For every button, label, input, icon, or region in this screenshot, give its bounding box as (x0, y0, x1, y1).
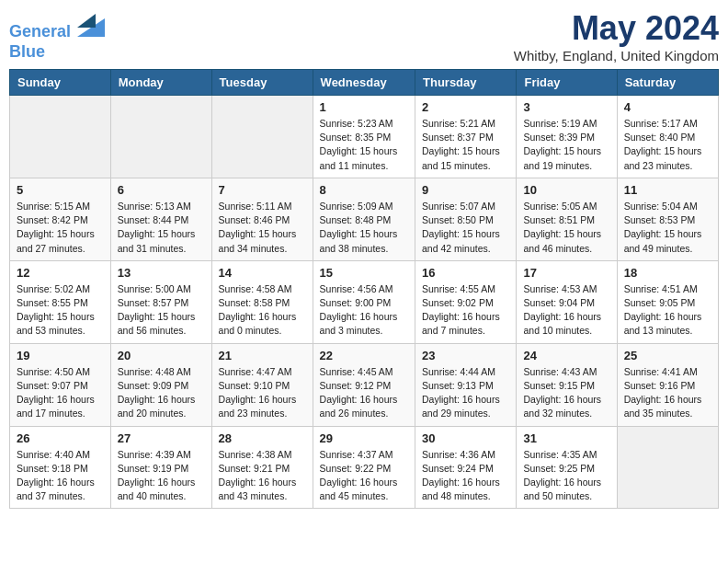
day-number: 24 (523, 349, 609, 362)
day-info: Sunrise: 4:55 AMSunset: 9:02 PMDaylight:… (422, 282, 509, 339)
day-number: 21 (219, 349, 306, 362)
week-row-4: 19Sunrise: 4:50 AMSunset: 9:07 PMDayligh… (10, 343, 719, 426)
day-number: 31 (523, 431, 609, 445)
logo: General Blue (9, 9, 105, 62)
day-cell: 15Sunrise: 4:56 AMSunset: 9:00 PMDayligh… (313, 260, 415, 343)
day-number: 4 (624, 100, 711, 114)
day-number: 27 (118, 431, 205, 445)
day-cell: 29Sunrise: 4:37 AMSunset: 9:22 PMDayligh… (313, 426, 415, 509)
day-cell: 24Sunrise: 4:43 AMSunset: 9:15 PMDayligh… (517, 343, 617, 426)
logo-general: General (9, 22, 71, 40)
day-cell: 6Sunrise: 5:13 AMSunset: 8:44 PMDaylight… (110, 178, 211, 260)
day-info: Sunrise: 4:40 AMSunset: 9:18 PMDaylight:… (17, 448, 104, 504)
day-cell: 13Sunrise: 5:00 AMSunset: 8:57 PMDayligh… (110, 260, 211, 343)
day-info: Sunrise: 5:13 AMSunset: 8:44 PMDaylight:… (118, 200, 205, 256)
day-number: 22 (320, 349, 408, 362)
day-info: Sunrise: 4:47 AMSunset: 9:10 PMDaylight:… (219, 365, 306, 421)
day-cell: 16Sunrise: 4:55 AMSunset: 9:02 PMDayligh… (415, 260, 517, 343)
day-number: 30 (422, 431, 509, 445)
day-cell: 25Sunrise: 4:41 AMSunset: 9:16 PMDayligh… (617, 343, 718, 426)
day-info: Sunrise: 4:51 AMSunset: 9:05 PMDaylight:… (624, 282, 711, 339)
day-number: 11 (624, 183, 711, 197)
day-cell: 31Sunrise: 4:35 AMSunset: 9:25 PMDayligh… (517, 426, 617, 509)
day-cell (211, 96, 313, 178)
day-number: 2 (422, 100, 509, 114)
day-number: 13 (118, 266, 205, 280)
day-info: Sunrise: 5:00 AMSunset: 8:57 PMDaylight:… (118, 282, 205, 339)
day-info: Sunrise: 4:56 AMSunset: 9:00 PMDaylight:… (320, 282, 408, 339)
title-section: May 2024 Whitby, England, United Kingdom (514, 9, 719, 63)
day-info: Sunrise: 4:48 AMSunset: 9:09 PMDaylight:… (118, 365, 205, 421)
svg-marker-1 (77, 14, 96, 28)
day-cell: 22Sunrise: 4:45 AMSunset: 9:12 PMDayligh… (313, 343, 415, 426)
day-number: 5 (17, 183, 104, 197)
day-info: Sunrise: 5:02 AMSunset: 8:55 PMDaylight:… (17, 282, 104, 339)
day-info: Sunrise: 5:23 AMSunset: 8:35 PMDaylight:… (320, 117, 408, 173)
day-number: 1 (320, 100, 408, 114)
day-info: Sunrise: 5:04 AMSunset: 8:53 PMDaylight:… (624, 200, 711, 256)
day-number: 18 (624, 266, 711, 280)
day-info: Sunrise: 4:37 AMSunset: 9:22 PMDaylight:… (320, 448, 408, 504)
day-number: 20 (118, 349, 205, 362)
week-row-1: 1Sunrise: 5:23 AMSunset: 8:35 PMDaylight… (10, 96, 719, 178)
day-cell: 11Sunrise: 5:04 AMSunset: 8:53 PMDayligh… (617, 178, 718, 260)
day-cell: 1Sunrise: 5:23 AMSunset: 8:35 PMDaylight… (313, 96, 415, 178)
day-number: 6 (118, 183, 205, 197)
day-cell: 26Sunrise: 4:40 AMSunset: 9:18 PMDayligh… (10, 426, 111, 509)
day-cell: 10Sunrise: 5:05 AMSunset: 8:51 PMDayligh… (517, 178, 617, 260)
day-number: 9 (422, 183, 509, 197)
day-number: 19 (17, 349, 104, 362)
day-number: 29 (320, 431, 408, 445)
calendar-header-row: SundayMondayTuesdayWednesdayThursdayFrid… (10, 70, 719, 96)
day-info: Sunrise: 4:58 AMSunset: 8:58 PMDaylight:… (219, 282, 306, 339)
day-number: 14 (219, 266, 306, 280)
location-subtitle: Whitby, England, United Kingdom (514, 48, 719, 63)
day-number: 23 (422, 349, 509, 362)
day-cell: 17Sunrise: 4:53 AMSunset: 9:04 PMDayligh… (517, 260, 617, 343)
day-cell (10, 96, 111, 178)
day-number: 7 (219, 183, 306, 197)
day-cell: 27Sunrise: 4:39 AMSunset: 9:19 PMDayligh… (110, 426, 211, 509)
day-cell: 12Sunrise: 5:02 AMSunset: 8:55 PMDayligh… (10, 260, 111, 343)
col-header-thursday: Thursday (415, 70, 517, 96)
day-cell: 30Sunrise: 4:36 AMSunset: 9:24 PMDayligh… (415, 426, 517, 509)
logo-blue: Blue (9, 42, 105, 63)
day-cell: 2Sunrise: 5:21 AMSunset: 8:37 PMDaylight… (415, 96, 517, 178)
day-info: Sunrise: 5:09 AMSunset: 8:48 PMDaylight:… (320, 200, 408, 256)
col-header-friday: Friday (517, 70, 617, 96)
col-header-monday: Monday (110, 70, 211, 96)
logo-text: General (9, 9, 105, 42)
day-info: Sunrise: 4:39 AMSunset: 9:19 PMDaylight:… (118, 448, 205, 504)
day-info: Sunrise: 5:17 AMSunset: 8:40 PMDaylight:… (624, 117, 711, 173)
col-header-saturday: Saturday (617, 70, 718, 96)
day-info: Sunrise: 4:45 AMSunset: 9:12 PMDaylight:… (320, 365, 408, 421)
day-info: Sunrise: 4:43 AMSunset: 9:15 PMDaylight:… (523, 365, 609, 421)
day-cell: 8Sunrise: 5:09 AMSunset: 8:48 PMDaylight… (313, 178, 415, 260)
day-number: 16 (422, 266, 509, 280)
day-info: Sunrise: 5:15 AMSunset: 8:42 PMDaylight:… (17, 200, 104, 256)
week-row-2: 5Sunrise: 5:15 AMSunset: 8:42 PMDaylight… (10, 178, 719, 260)
day-cell: 9Sunrise: 5:07 AMSunset: 8:50 PMDaylight… (415, 178, 517, 260)
day-cell: 19Sunrise: 4:50 AMSunset: 9:07 PMDayligh… (10, 343, 111, 426)
day-cell: 14Sunrise: 4:58 AMSunset: 8:58 PMDayligh… (211, 260, 313, 343)
day-info: Sunrise: 5:11 AMSunset: 8:46 PMDaylight:… (219, 200, 306, 256)
col-header-tuesday: Tuesday (211, 70, 313, 96)
day-number: 10 (523, 183, 609, 197)
day-info: Sunrise: 4:53 AMSunset: 9:04 PMDaylight:… (523, 282, 609, 339)
day-info: Sunrise: 4:50 AMSunset: 9:07 PMDaylight:… (17, 365, 104, 421)
day-cell: 7Sunrise: 5:11 AMSunset: 8:46 PMDaylight… (211, 178, 313, 260)
logo-icon (77, 9, 105, 37)
day-cell (617, 426, 718, 509)
day-cell: 18Sunrise: 4:51 AMSunset: 9:05 PMDayligh… (617, 260, 718, 343)
day-cell: 3Sunrise: 5:19 AMSunset: 8:39 PMDaylight… (517, 96, 617, 178)
day-number: 17 (523, 266, 609, 280)
month-year-title: May 2024 (514, 9, 719, 48)
col-header-sunday: Sunday (10, 70, 111, 96)
day-cell: 21Sunrise: 4:47 AMSunset: 9:10 PMDayligh… (211, 343, 313, 426)
day-number: 28 (219, 431, 306, 445)
day-number: 25 (624, 349, 711, 362)
day-cell: 20Sunrise: 4:48 AMSunset: 9:09 PMDayligh… (110, 343, 211, 426)
day-info: Sunrise: 4:38 AMSunset: 9:21 PMDaylight:… (219, 448, 306, 504)
day-number: 8 (320, 183, 408, 197)
day-info: Sunrise: 4:41 AMSunset: 9:16 PMDaylight:… (624, 365, 711, 421)
